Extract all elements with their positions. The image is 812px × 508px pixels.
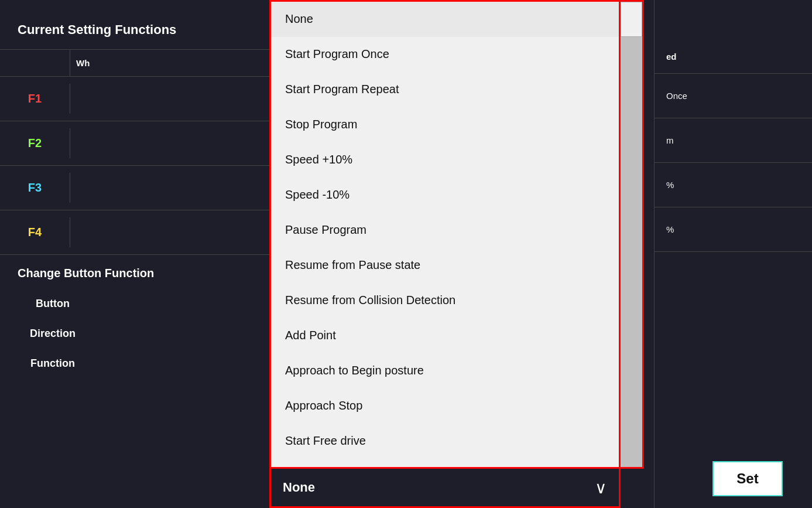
right-panel: ed Once m % % (654, 0, 812, 508)
dropdown-list[interactable]: None Start Program Once Start Program Re… (269, 0, 621, 469)
chevron-down-icon[interactable]: ∨ (595, 478, 607, 497)
table-row-f1: F1 (0, 77, 275, 121)
table-row-f4: F4 (0, 210, 275, 255)
dropdown-item-start-repeat[interactable]: Start Program Repeat (271, 72, 619, 107)
dropdown-item-none[interactable]: None (271, 2, 619, 37)
f4-key: F4 (0, 217, 70, 247)
scrollbar-track[interactable] (621, 0, 644, 469)
f1-key: F1 (0, 84, 70, 114)
dropdown-item-approach-stop[interactable]: Approach Stop (271, 388, 619, 424)
dropdown-item-approach-begin[interactable]: Approach to Begin posture (271, 353, 619, 388)
button-label: Button (18, 298, 88, 310)
direction-field: Direction (18, 328, 258, 340)
dropdown-item-free-drive[interactable]: Start Free drive (271, 424, 619, 459)
button-field: Button (18, 298, 258, 310)
table-header-col1 (0, 50, 70, 76)
dropdown-item-stop[interactable]: Stop Program (271, 107, 619, 142)
right-row-3: % (655, 163, 812, 207)
f4-value (70, 224, 275, 241)
f3-value (70, 180, 275, 196)
right-row-4: % (655, 207, 812, 252)
current-setting-title: Current Setting Functions (0, 0, 275, 49)
direction-label: Direction (18, 328, 88, 340)
change-button-section: Change Button Function Button Direction … (0, 255, 275, 399)
table-row-f3: F3 (0, 166, 275, 210)
table-row-f2: F2 (0, 121, 275, 166)
right-row-2: m (655, 118, 812, 163)
dropdown-item-resume-collision[interactable]: Resume from Collision Detection (271, 283, 619, 318)
function-field: Function (18, 357, 258, 370)
change-button-title: Change Button Function (18, 267, 258, 280)
right-header: ed (655, 0, 812, 74)
f2-value (70, 135, 275, 152)
dropdown-item-add-point[interactable]: Add Point (271, 318, 619, 353)
set-button[interactable]: Set (712, 461, 783, 496)
dropdown-selected-value: None (283, 480, 315, 495)
dropdown-item-pause[interactable]: Pause Program (271, 213, 619, 248)
dropdown-item-start-once[interactable]: Start Program Once (271, 37, 619, 72)
f2-key: F2 (0, 128, 70, 158)
scrollbar-thumb[interactable] (621, 2, 642, 37)
right-row-1: Once (655, 74, 812, 118)
left-panel: Current Setting Functions Wh F1 F2 F3 (0, 0, 275, 508)
dropdown-item-speed-plus[interactable]: Speed +10% (271, 142, 619, 178)
table-header-col2: Wh (70, 50, 275, 76)
current-setting-table: Wh F1 F2 F3 F4 (0, 49, 275, 255)
dropdown-item-speed-minus[interactable]: Speed -10% (271, 178, 619, 213)
function-label: Function (18, 357, 88, 370)
f3-key: F3 (0, 173, 70, 203)
dropdown-item-resume-pause[interactable]: Resume from Pause state (271, 248, 619, 283)
dropdown-overlay: None Start Program Once Start Program Re… (269, 0, 632, 508)
dropdown-bottom-bar[interactable]: None ∨ (269, 469, 621, 508)
table-header-row: Wh (0, 50, 275, 77)
f1-value (70, 91, 275, 107)
